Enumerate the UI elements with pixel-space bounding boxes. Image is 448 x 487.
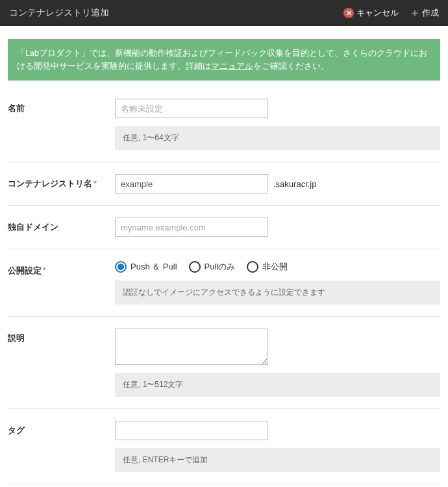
create-button-header[interactable]: ＋ 作成 xyxy=(410,7,439,19)
label-registry-name: コンテナレジストリ名* xyxy=(8,174,115,190)
cancel-button[interactable]: ✕ キャンセル xyxy=(343,7,399,19)
lab-notice: 「Labプロダクト」では、新機能の動作検証およびフィードバック収集を目的として、… xyxy=(8,39,440,81)
notice-text-after: をご確認ください。 xyxy=(253,62,329,71)
row-icon: アイコン - xyxy=(8,484,440,487)
radio-icon xyxy=(115,261,127,273)
row-visibility: 公開設定* Push ＆ Pull Pullのみ 非公開 認証なしでイメージにア… xyxy=(8,249,440,317)
form: 名前 任意, 1〜64文字 コンテナレジストリ名* .sakuracr.jp 独… xyxy=(0,87,448,487)
header-actions: ✕ キャンセル ＋ 作成 xyxy=(343,7,439,19)
manual-link[interactable]: マニュアル xyxy=(211,62,253,71)
plus-icon: ＋ xyxy=(410,8,419,18)
visibility-option-pull-only[interactable]: Pullのみ xyxy=(189,261,236,273)
close-icon: ✕ xyxy=(343,8,354,18)
row-custom-domain: 独自ドメイン xyxy=(8,206,440,249)
description-hint: 任意, 1〜512文字 xyxy=(115,373,440,397)
visibility-option-label: 非公開 xyxy=(262,261,288,273)
name-input[interactable] xyxy=(115,99,268,118)
radio-icon xyxy=(247,261,258,273)
label-name: 名前 xyxy=(8,99,115,114)
row-registry-name: コンテナレジストリ名* .sakuracr.jp xyxy=(8,162,440,206)
label-visibility: 公開設定* xyxy=(8,261,115,277)
visibility-option-push-pull[interactable]: Push ＆ Pull xyxy=(115,261,177,273)
visibility-option-label: Pullのみ xyxy=(205,261,236,273)
required-mark: * xyxy=(43,266,46,275)
cancel-label: キャンセル xyxy=(356,7,399,19)
tags-hint: 任意, ENTERキーで追加 xyxy=(115,448,440,472)
header-bar: コンテナレジストリ追加 ✕ キャンセル ＋ 作成 xyxy=(0,0,448,26)
label-description: 説明 xyxy=(8,329,115,344)
row-description: 説明 任意, 1〜512文字 xyxy=(8,317,440,409)
row-name: 名前 任意, 1〜64文字 xyxy=(8,87,440,162)
custom-domain-input[interactable] xyxy=(115,218,268,237)
registry-name-input[interactable] xyxy=(115,174,268,194)
description-textarea[interactable] xyxy=(115,329,268,365)
required-mark: * xyxy=(93,179,97,188)
visibility-hint: 認証なしでイメージにアクセスできるように設定できます xyxy=(115,281,440,305)
radio-icon xyxy=(189,261,201,273)
visibility-radio-group: Push ＆ Pull Pullのみ 非公開 xyxy=(115,261,440,273)
name-hint: 任意, 1〜64文字 xyxy=(115,126,440,150)
label-custom-domain: 独自ドメイン xyxy=(8,218,115,233)
registry-suffix: .sakuracr.jp xyxy=(273,179,316,189)
tags-input[interactable] xyxy=(115,421,268,440)
label-tags: タグ xyxy=(8,421,115,436)
row-tags: タグ 任意, ENTERキーで追加 xyxy=(8,409,440,484)
visibility-option-private[interactable]: 非公開 xyxy=(247,261,288,273)
header-title: コンテナレジストリ追加 xyxy=(9,7,109,19)
create-label: 作成 xyxy=(422,7,439,19)
visibility-option-label: Push ＆ Pull xyxy=(131,261,177,273)
